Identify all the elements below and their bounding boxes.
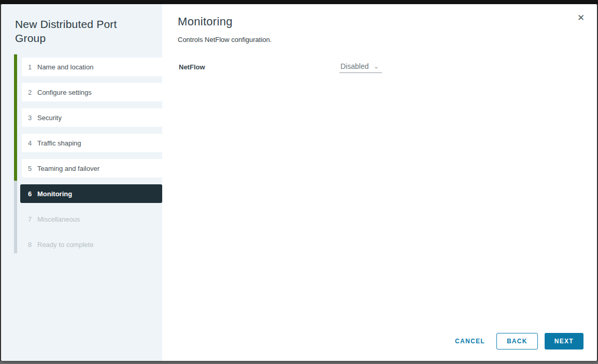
backdrop-overlay-top [0, 0, 598, 4]
new-distributed-port-group-dialog: New Distributed Port Group 1 Name and lo… [1, 4, 597, 361]
step-label: Ready to complete [37, 241, 93, 249]
chevron-down-icon: ⌄ [374, 64, 380, 69]
step-number: 6 [28, 190, 37, 198]
step-label: Miscellaneous [37, 215, 80, 223]
wizard-content-pane: ✕ Monitoring Controls NetFlow configurat… [162, 4, 597, 361]
step-number: 2 [28, 89, 37, 96]
next-button[interactable]: NEXT [545, 333, 583, 350]
step-number: 8 [28, 241, 37, 249]
wizard-footer: CANCEL BACK NEXT [449, 333, 583, 350]
sidebar-step-configure-settings[interactable]: 2 Configure settings [22, 83, 162, 101]
page-description: Controls NetFlow configuration. [178, 36, 582, 43]
step-number: 4 [28, 139, 37, 147]
sidebar-step-security[interactable]: 3 Security [22, 108, 162, 127]
step-label: Traffic shaping [37, 139, 81, 147]
step-number: 1 [28, 63, 37, 71]
step-label: Monitoring [37, 190, 72, 198]
step-number: 5 [28, 165, 37, 172]
progress-rail-remaining [14, 181, 17, 253]
wizard-sidebar: New Distributed Port Group 1 Name and lo… [1, 4, 162, 361]
cancel-button[interactable]: CANCEL [449, 333, 491, 350]
step-label: Security [37, 114, 62, 122]
netflow-dropdown-value: Disabled [340, 62, 368, 70]
sidebar-step-name-and-location[interactable]: 1 Name and location [22, 57, 162, 76]
sidebar-step-teaming-and-failover[interactable]: 5 Teaming and failover [22, 159, 162, 178]
step-label: Teaming and failover [37, 165, 99, 172]
page-title: Monitoring [178, 15, 582, 28]
sidebar-step-traffic-shaping[interactable]: 4 Traffic shaping [22, 134, 162, 152]
progress-rail-completed [14, 54, 17, 181]
step-label: Configure settings [37, 89, 92, 96]
back-button[interactable]: BACK [496, 333, 538, 350]
sidebar-step-monitoring[interactable]: 6 Monitoring [20, 184, 162, 203]
netflow-field-row: NetFlow Disabled ⌄ [179, 62, 582, 73]
netflow-label: NetFlow [179, 62, 339, 71]
sidebar-step-ready-to-complete: 8 Ready to complete [22, 235, 162, 254]
sidebar-step-miscellaneous: 7 Miscellaneous [22, 210, 162, 228]
close-icon[interactable]: ✕ [575, 12, 587, 24]
step-number: 7 [28, 215, 37, 223]
step-number: 3 [28, 114, 37, 122]
backdrop-overlay-bottom [0, 361, 598, 364]
step-label: Name and location [37, 63, 93, 71]
wizard-title: New Distributed Port Group [15, 17, 137, 45]
wizard-steps-list: 1 Name and location 2 Configure settings… [14, 57, 162, 254]
netflow-dropdown[interactable]: Disabled ⌄ [339, 62, 382, 73]
